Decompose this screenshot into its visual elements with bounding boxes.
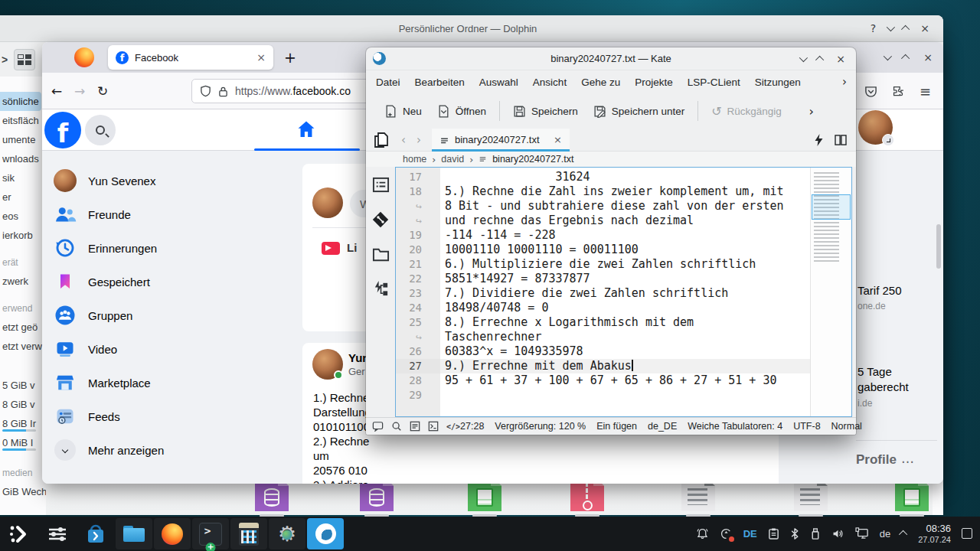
dolphin-minimize-button[interactable]: [887, 23, 895, 31]
forward-button[interactable]: →: [68, 83, 91, 99]
output-panel-icon[interactable]: [372, 421, 384, 432]
line-text[interactable]: 5851*14927 = 87337877: [440, 272, 810, 286]
tab-close-icon[interactable]: ×: [256, 51, 266, 64]
facebook-search-button[interactable]: [85, 115, 116, 145]
dolphin-places-item[interactable]: etzt verw: [0, 337, 41, 356]
line-text[interactable]: 6.) Multipliziere die zwei Zahlen schrif…: [440, 257, 810, 272]
application-launcher-button[interactable]: [1, 518, 38, 549]
editor-line[interactable]: 19 -114 -114 = -228: [396, 228, 810, 243]
new-file-button[interactable]: Neu: [377, 98, 430, 124]
firefox-close-button[interactable]: ×: [923, 52, 933, 63]
statusbar-segment[interactable]: de_DE: [648, 421, 677, 432]
statusbar-segment[interactable]: Vergrößerung: 120 %: [495, 421, 586, 432]
undo-button[interactable]: ↺ Rückgängig: [704, 98, 789, 124]
back-button[interactable]: ←: [45, 83, 68, 99]
dolphin-places-item[interactable]: 0 MiB I: [0, 433, 41, 452]
line-text[interactable]: 10001110 10001110 = 00011100: [440, 243, 810, 257]
terminal-panel-icon[interactable]: [428, 421, 439, 432]
post-author-avatar[interactable]: [312, 349, 343, 380]
line-text[interactable]: 8 Bit - und subtrahiere diese zahl von d…: [440, 199, 810, 214]
editor-minimap[interactable]: [810, 168, 851, 416]
dolphin-places-item[interactable]: er: [0, 187, 41, 207]
bluetooth-tray-icon[interactable]: [790, 527, 799, 540]
page-scrollbar-thumb[interactable]: [936, 224, 941, 269]
dolphin-places-item[interactable]: erät: [0, 253, 41, 272]
line-text[interactable]: 18498/40748 = 0: [440, 301, 810, 315]
taskbar-kcalc-task[interactable]: [230, 518, 267, 549]
taskbar-settings-task[interactable]: ⚙: [269, 518, 305, 549]
editor-line[interactable]: 21 6.) Multipliziere die zwei Zahlen sch…: [396, 257, 810, 272]
editor-line[interactable]: 25 8.) Errechne x Logarithmisch mit dem: [396, 315, 810, 330]
discover-store-button[interactable]: [77, 518, 114, 549]
sidebar-item-memories[interactable]: Erinnerungen: [45, 231, 302, 265]
composer-avatar[interactable]: [312, 187, 343, 218]
line-text[interactable]: 5.) Rechne die Zahl ins zweier komplemen…: [440, 184, 810, 199]
minimap-viewport-box[interactable]: [812, 194, 851, 220]
code-mode-icon[interactable]: </>: [446, 422, 460, 431]
firefox-view-icon[interactable]: [74, 47, 94, 67]
taskbar-konsole-task[interactable]: >+: [192, 518, 229, 549]
dolphin-places-item[interactable]: erwend: [0, 298, 41, 318]
line-text[interactable]: -114 -114 = -228: [440, 228, 810, 243]
toolbar-overflow-icon[interactable]: ›: [809, 104, 814, 119]
menu-item[interactable]: Auswahl: [479, 77, 518, 88]
line-text[interactable]: 60383^x = 1049335978: [440, 344, 810, 359]
sidebar-item-see-more[interactable]: Mehr anzeigen: [45, 433, 302, 467]
dolphin-places-item[interactable]: medien: [0, 463, 41, 482]
document-tab-close-icon[interactable]: ×: [554, 134, 562, 145]
extensions-puzzle-icon[interactable]: [892, 85, 905, 98]
dolphin-help-button[interactable]: ?: [871, 23, 876, 34]
pocket-save-icon[interactable]: [864, 85, 877, 98]
dolphin-toolbar-chevron-icon[interactable]: >: [2, 54, 8, 66]
line-text[interactable]: 9.) Errechne mit dem Abakus: [440, 359, 810, 373]
sidebar-item-groups[interactable]: Gruppen: [45, 298, 302, 332]
symbols-panel-icon[interactable]: [372, 280, 390, 298]
open-file-button[interactable]: Öffnen: [430, 98, 494, 124]
notifications-tray-icon[interactable]: [696, 527, 709, 540]
kate-titlebar[interactable]: binary20240727.txt — Kate ×: [366, 47, 856, 70]
ad-title[interactable]: Tarif 250: [858, 284, 902, 297]
account-avatar[interactable]: [858, 110, 893, 145]
line-text[interactable]: 31624: [440, 170, 810, 184]
dolphin-icon-view-button[interactable]: [14, 49, 35, 70]
facebook-tab[interactable]: f Facebook ×: [108, 45, 273, 70]
documents-stack-icon[interactable]: [372, 131, 390, 149]
live-video-icon[interactable]: [322, 242, 340, 255]
sidebar-item-marketplace[interactable]: Marketplace: [45, 366, 302, 399]
menubar-overflow-icon[interactable]: ›: [842, 75, 847, 89]
editor-line[interactable]: 24 18498/40748 = 0: [396, 301, 810, 315]
reload-button[interactable]: ↻: [91, 83, 114, 99]
menu-item[interactable]: LSP-CLient: [688, 77, 740, 88]
line-text[interactable]: Taschenrechner: [440, 330, 810, 344]
dolphin-places-item[interactable]: 8 GiB v: [0, 395, 41, 414]
dolphin-places-item[interactable]: 5 GiB v: [0, 376, 41, 395]
breadcrumb-file[interactable]: binary20240727.txt: [492, 154, 573, 165]
menu-item[interactable]: Sitzungen: [755, 77, 801, 88]
menu-item[interactable]: Bearbeiten: [415, 77, 465, 88]
clock-widget[interactable]: 08:36 27.07.24: [918, 523, 951, 545]
line-text[interactable]: 8.) Errechne x Logarithmisch mit dem: [440, 315, 810, 330]
dolphin-places-item[interactable]: sönliche: [0, 92, 41, 111]
taskbar-firefox-task[interactable]: [154, 518, 191, 549]
tracking-shield-icon[interactable]: [200, 85, 211, 97]
editor-text-area[interactable]: 17 31624 18 5.) Rechne die Zahl ins zwei…: [396, 168, 810, 416]
kate-maximize-button[interactable]: [815, 55, 824, 64]
editor-line[interactable]: 27 9.) Errechne mit dem Abakus: [396, 359, 810, 373]
line-text[interactable]: 7.) Dividiere die zwei Zahlen schriftlic…: [440, 286, 810, 301]
ad-title[interactable]: 5 Tage: [858, 365, 892, 378]
dolphin-places-item[interactable]: eos: [0, 207, 41, 226]
statusbar-segment[interactable]: Weiche Tabulatoren: 4: [688, 421, 782, 432]
updates-tray-icon[interactable]: [720, 527, 733, 540]
line-text[interactable]: 95 + 61 + 37 + 100 + 67 + 65 + 86 + 27 +…: [440, 373, 810, 388]
sidebar-item-feeds[interactable]: Feeds: [45, 399, 302, 433]
dolphin-places-item[interactable]: GiB Wechselmedium: [0, 482, 41, 501]
breadcrumb-user[interactable]: david: [441, 154, 464, 165]
new-tab-button[interactable]: +: [284, 49, 296, 66]
quick-open-bolt-icon[interactable]: [814, 134, 824, 146]
dolphin-places-item[interactable]: 8 GiB Ir: [0, 414, 41, 433]
documents-panel-icon[interactable]: [372, 176, 390, 194]
dolphin-places-item[interactable]: sik: [0, 168, 41, 187]
editor-line[interactable]: 29: [396, 388, 810, 403]
sidebar-item-video[interactable]: Video: [45, 332, 302, 366]
hamburger-menu-icon[interactable]: ≡: [920, 83, 931, 99]
